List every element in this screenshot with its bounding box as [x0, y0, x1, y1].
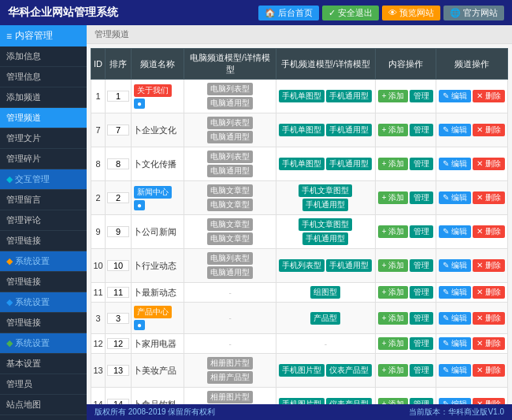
- add-content-btn[interactable]: + 添加: [378, 90, 409, 102]
- sidebar-item-manage-link-3[interactable]: 管理链接: [0, 313, 87, 333]
- cell-name: 卜美妆产品: [132, 354, 184, 388]
- table-area: ID 排序 频道名称 电脑频道模型/详情模型 手机频道模型/详情模型 内容操作 …: [87, 44, 512, 404]
- sort-input[interactable]: [107, 365, 129, 376]
- delete-channel-btn[interactable]: ✕ 删除: [473, 90, 505, 102]
- cell-content-ops: + 添加管理: [375, 249, 436, 283]
- add-content-btn[interactable]: + 添加: [378, 191, 409, 204]
- sidebar-item-manage-message[interactable]: 管理留言: [0, 190, 87, 210]
- sidebar-item-manage-channel[interactable]: 管理频道: [0, 108, 87, 128]
- add-content-btn[interactable]: + 添加: [378, 312, 409, 325]
- sidebar-item-basic-settings[interactable]: 基本设置: [0, 354, 87, 374]
- sidebar-item-add-channel[interactable]: 添加频道: [0, 87, 87, 108]
- edit-channel-btn[interactable]: ✎ 编辑: [439, 158, 471, 170]
- manage-content-btn[interactable]: 管理: [410, 158, 433, 170]
- delete-channel-btn[interactable]: ✕ 删除: [473, 364, 505, 377]
- table-row: 9卜公司新闻电脑文章型电脑文章型手机文章图型手机通用型+ 添加管理✎ 编辑✕ 删…: [91, 215, 508, 249]
- edit-channel-btn[interactable]: ✎ 编辑: [439, 225, 471, 238]
- manage-content-btn[interactable]: 管理: [410, 259, 433, 272]
- sort-input[interactable]: [107, 287, 129, 298]
- edit-channel-btn[interactable]: ✎ 编辑: [439, 90, 471, 102]
- sidebar-item-manage-link-2[interactable]: 管理链接: [0, 272, 87, 292]
- channel-tag: 手机单图型: [279, 158, 325, 170]
- edit-channel-btn[interactable]: ✎ 编辑: [439, 286, 471, 299]
- add-content-btn[interactable]: + 添加: [378, 225, 409, 238]
- sort-input[interactable]: [107, 125, 129, 136]
- channel-tag: 电脑列表型: [207, 117, 253, 129]
- add-content-btn[interactable]: + 添加: [378, 124, 409, 136]
- add-content-btn[interactable]: + 添加: [378, 259, 409, 272]
- cell-channel-ops: ✎ 编辑✕ 删除: [436, 283, 508, 303]
- edit-channel-btn[interactable]: ✎ 编辑: [439, 312, 471, 325]
- delete-channel-btn[interactable]: ✕ 删除: [473, 191, 505, 204]
- layout: ≡ 内容管理 添加信息 管理信息 添加频道 管理频道 管理文片 管理碎片 ◆ 交…: [0, 25, 512, 420]
- table-row: 3产品中心●-产品型+ 添加管理✎ 编辑✕ 删除: [91, 303, 508, 334]
- add-content-btn[interactable]: + 添加: [378, 286, 409, 299]
- add-content-btn[interactable]: + 添加: [378, 398, 409, 404]
- sort-input[interactable]: [107, 313, 129, 324]
- cell-sort: [106, 303, 132, 334]
- delete-channel-btn[interactable]: ✕ 删除: [473, 312, 505, 325]
- home-button[interactable]: 🏠 后台首页: [258, 6, 319, 20]
- manage-content-btn[interactable]: 管理: [410, 90, 433, 102]
- edit-channel-btn[interactable]: ✎ 编辑: [439, 337, 471, 350]
- cell-id: 13: [91, 354, 106, 388]
- sidebar-item-manage-comment[interactable]: 管理评论: [0, 210, 87, 231]
- delete-channel-btn[interactable]: ✕ 删除: [473, 286, 505, 299]
- manage-content-btn[interactable]: 管理: [410, 398, 433, 404]
- cell-content-ops: + 添加管理: [375, 303, 436, 334]
- sidebar-item-manage-link-1[interactable]: 管理链接: [0, 231, 87, 251]
- sort-input[interactable]: [107, 158, 129, 169]
- edit-channel-btn[interactable]: ✎ 编辑: [439, 364, 471, 377]
- preview-button[interactable]: 👁 预览网站: [382, 6, 440, 20]
- manage-content-btn[interactable]: 管理: [410, 124, 433, 136]
- sidebar-section-system2: ◆ 系统设置: [0, 292, 87, 313]
- manage-content-btn[interactable]: 管理: [410, 191, 433, 204]
- add-content-btn[interactable]: + 添加: [378, 337, 409, 350]
- delete-channel-btn[interactable]: ✕ 删除: [473, 158, 505, 170]
- manage-content-btn[interactable]: 管理: [410, 312, 433, 325]
- delete-channel-btn[interactable]: ✕ 删除: [473, 124, 505, 136]
- delete-channel-btn[interactable]: ✕ 删除: [473, 259, 505, 272]
- sidebar-item-backup[interactable]: 备份数据: [0, 415, 87, 420]
- edit-channel-btn[interactable]: ✎ 编辑: [439, 259, 471, 272]
- sort-input[interactable]: [107, 192, 129, 203]
- sidebar-item-add-info[interactable]: 添加信息: [0, 46, 87, 67]
- manage-content-btn[interactable]: 管理: [410, 364, 433, 377]
- channel-name: 卜公司新闻: [133, 227, 176, 236]
- channel-name: 卜文化传播: [133, 159, 176, 169]
- sidebar-item-manage-snippet[interactable]: 管理碎片: [0, 149, 87, 169]
- sort-input[interactable]: [107, 226, 129, 237]
- sort-input[interactable]: [107, 260, 129, 271]
- delete-channel-btn[interactable]: ✕ 删除: [473, 337, 505, 350]
- sidebar-item-sitemap[interactable]: 站点地图: [0, 395, 87, 415]
- add-content-btn[interactable]: + 添加: [378, 158, 409, 170]
- delete-channel-btn[interactable]: ✕ 删除: [473, 225, 505, 238]
- sort-input[interactable]: [107, 91, 129, 102]
- sidebar-item-manage-info[interactable]: 管理信息: [0, 67, 87, 87]
- manage-content-btn[interactable]: 管理: [410, 337, 433, 350]
- sidebar-item-manage-image[interactable]: 管理文片: [0, 128, 87, 149]
- cell-name: 关于我们●: [132, 80, 184, 113]
- delete-channel-btn[interactable]: ✕ 删除: [473, 398, 505, 404]
- edit-channel-btn[interactable]: ✎ 编辑: [439, 191, 471, 204]
- channel-tag: 电脑通用型: [207, 131, 253, 143]
- add-content-btn[interactable]: + 添加: [378, 364, 409, 377]
- edit-channel-btn[interactable]: ✎ 编辑: [439, 124, 471, 136]
- cell-channel-ops: ✎ 编辑✕ 删除: [436, 334, 508, 354]
- logout-button[interactable]: ✓ 安全退出: [322, 6, 379, 20]
- cell-pc-model: 电脑文章型电脑文章型: [184, 215, 276, 249]
- channel-tag: 电脑列表型: [207, 151, 253, 163]
- edit-channel-btn[interactable]: ✎ 编辑: [439, 398, 471, 404]
- official-site-button[interactable]: 🌐 官方网站: [443, 6, 504, 20]
- cell-mobile-model: 手机列表型手机通用型: [276, 249, 375, 283]
- sort-input[interactable]: [107, 338, 129, 349]
- channel-tag: 组图型: [310, 286, 340, 299]
- sidebar-item-admin[interactable]: 管理员: [0, 374, 87, 395]
- header: 华科企业网站管理系统 🏠 后台首页 ✓ 安全退出 👁 预览网站 🌐 官方网站: [0, 0, 512, 25]
- manage-content-btn[interactable]: 管理: [410, 225, 433, 238]
- manage-content-btn[interactable]: 管理: [410, 286, 433, 299]
- cell-name: 卜食品饮料: [132, 388, 184, 405]
- cell-channel-ops: ✎ 编辑✕ 删除: [436, 147, 508, 181]
- copyright-text: 版权所有 2008-2019 保留所有权利: [95, 407, 215, 418]
- sort-input[interactable]: [107, 399, 129, 404]
